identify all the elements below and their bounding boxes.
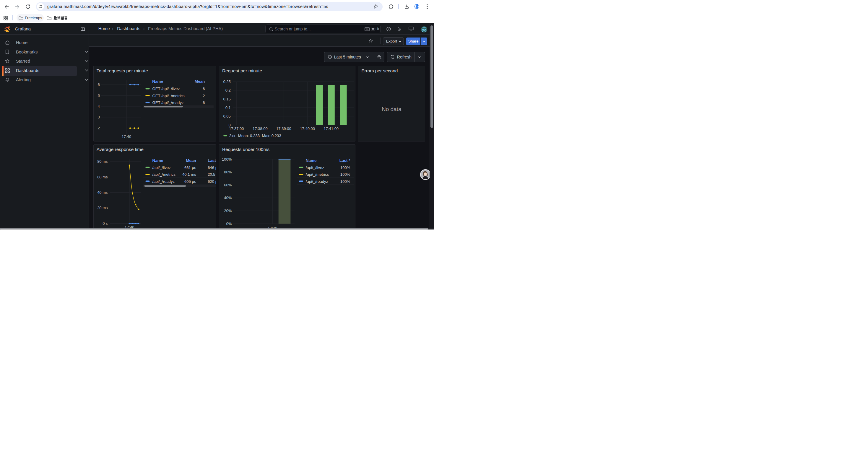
svg-text:17:40:00: 17:40:00 bbox=[300, 126, 315, 131]
svg-text:6: 6 bbox=[203, 100, 205, 105]
svg-text:17:41:00: 17:41:00 bbox=[323, 126, 339, 131]
svg-text:60 ms: 60 ms bbox=[97, 174, 108, 179]
svg-text:0.25: 0.25 bbox=[223, 79, 230, 84]
svg-text:17:40: 17:40 bbox=[122, 134, 131, 139]
svg-text:GET /api/_/livez: GET /api/_/livez bbox=[152, 87, 180, 91]
svg-text:2: 2 bbox=[203, 94, 205, 98]
svg-text:60%: 60% bbox=[224, 183, 231, 187]
svg-text:40.1 ms: 40.1 ms bbox=[182, 172, 196, 177]
svg-text:20.5 ms: 20.5 ms bbox=[208, 172, 216, 177]
svg-text:646 µs: 646 µs bbox=[208, 165, 216, 169]
svg-text:Mean: Mean bbox=[186, 158, 196, 163]
svg-text:5: 5 bbox=[98, 93, 100, 98]
svg-text:6: 6 bbox=[98, 83, 100, 87]
svg-text:3: 3 bbox=[98, 115, 100, 120]
svg-text:0%: 0% bbox=[226, 221, 231, 226]
svg-text:GET /api/_/readyz: GET /api/_/readyz bbox=[152, 100, 184, 105]
svg-text:/api/_/readyz: /api/_/readyz bbox=[306, 179, 328, 184]
svg-text:17:38:00: 17:38:00 bbox=[253, 126, 268, 131]
svg-text:6: 6 bbox=[203, 87, 205, 91]
svg-text:605 µs: 605 µs bbox=[184, 179, 196, 184]
svg-text:Mean: Mean bbox=[195, 79, 205, 84]
svg-text:/api/_/readyz: /api/_/readyz bbox=[152, 179, 175, 184]
svg-text:/api/_/livez: /api/_/livez bbox=[306, 165, 324, 169]
svg-text:0.05: 0.05 bbox=[223, 114, 230, 119]
svg-text:/api/_/livez: /api/_/livez bbox=[152, 165, 171, 169]
svg-text:100%: 100% bbox=[340, 165, 350, 169]
svg-text:20 ms: 20 ms bbox=[97, 205, 108, 210]
svg-text:620 µs: 620 µs bbox=[208, 179, 216, 184]
svg-text:100%: 100% bbox=[340, 172, 350, 177]
svg-text:17:37:00: 17:37:00 bbox=[229, 126, 244, 131]
svg-text:100%: 100% bbox=[222, 157, 232, 161]
svg-text:100%: 100% bbox=[340, 179, 350, 184]
svg-text:80 ms: 80 ms bbox=[97, 159, 108, 164]
svg-text:Mean: 0.233: Mean: 0.233 bbox=[238, 134, 260, 138]
svg-text:2: 2 bbox=[98, 126, 100, 130]
svg-text:2xx: 2xx bbox=[229, 134, 236, 138]
svg-text:40 ms: 40 ms bbox=[97, 190, 108, 195]
svg-text:0.1: 0.1 bbox=[225, 105, 231, 110]
svg-text:Name: Name bbox=[306, 158, 317, 163]
svg-text:80%: 80% bbox=[224, 170, 231, 174]
svg-text:4: 4 bbox=[98, 104, 100, 109]
svg-text:0.15: 0.15 bbox=[223, 97, 230, 101]
svg-text:Last *: Last * bbox=[208, 158, 216, 163]
svg-text:661 µs: 661 µs bbox=[184, 165, 196, 169]
svg-text:0.2: 0.2 bbox=[225, 88, 231, 93]
svg-text:/api/_/metrics: /api/_/metrics bbox=[306, 172, 329, 177]
svg-text:Max: 0.233: Max: 0.233 bbox=[262, 134, 281, 138]
svg-text:17:39:00: 17:39:00 bbox=[276, 126, 291, 131]
svg-text:0 s: 0 s bbox=[103, 221, 108, 226]
svg-text:Name: Name bbox=[152, 158, 163, 163]
svg-text:/api/_/metrics: /api/_/metrics bbox=[152, 172, 176, 177]
svg-text:20%: 20% bbox=[224, 208, 231, 213]
svg-text:Name: Name bbox=[152, 79, 163, 84]
svg-text:Last *: Last * bbox=[339, 158, 351, 163]
svg-text:40%: 40% bbox=[224, 196, 231, 200]
svg-text:GET /api/_/metrics: GET /api/_/metrics bbox=[152, 94, 185, 98]
